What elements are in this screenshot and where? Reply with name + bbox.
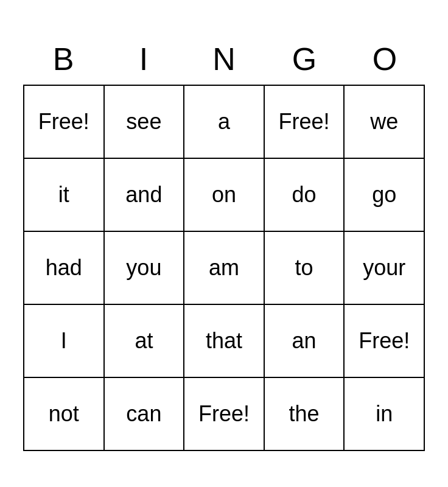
bingo-cell: your	[345, 232, 425, 305]
bingo-cell: Free!	[24, 86, 105, 159]
bingo-cell: a	[184, 86, 265, 159]
bingo-cell: and	[105, 159, 185, 232]
header-letter: O	[345, 36, 425, 82]
bingo-cell: not	[24, 378, 105, 451]
bingo-cell: Free!	[345, 305, 425, 378]
bingo-cell: that	[184, 305, 265, 378]
bingo-cell: an	[265, 305, 345, 378]
bingo-cell: you	[105, 232, 185, 305]
bingo-card: BINGO Free!seeaFree!weitandondogohadyoua…	[11, 24, 437, 463]
bingo-cell: can	[105, 378, 185, 451]
bingo-cell: at	[105, 305, 185, 378]
bingo-cell: go	[345, 159, 425, 232]
bingo-cell: I	[24, 305, 105, 378]
bingo-cell: it	[24, 159, 105, 232]
header-letter: G	[264, 36, 345, 82]
bingo-cell: Free!	[265, 86, 345, 159]
header-letter: I	[103, 36, 184, 82]
header-letter: B	[23, 36, 103, 82]
bingo-cell: to	[265, 232, 345, 305]
bingo-cell: in	[345, 378, 425, 451]
bingo-grid: Free!seeaFree!weitandondogohadyouamtoyou…	[23, 85, 425, 451]
bingo-cell: on	[184, 159, 265, 232]
bingo-cell: see	[105, 86, 185, 159]
bingo-cell: the	[265, 378, 345, 451]
bingo-cell: we	[345, 86, 425, 159]
bingo-cell: do	[265, 159, 345, 232]
bingo-header: BINGO	[23, 36, 425, 82]
header-letter: N	[184, 36, 264, 82]
bingo-cell: am	[184, 232, 265, 305]
bingo-cell: Free!	[184, 378, 265, 451]
bingo-cell: had	[24, 232, 105, 305]
